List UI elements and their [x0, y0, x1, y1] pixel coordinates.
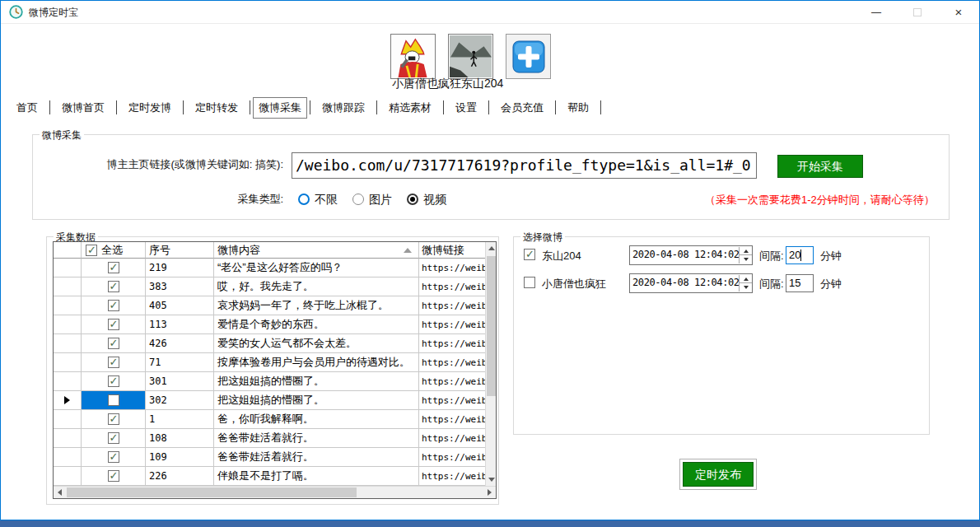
row-selector-cell[interactable] — [54, 429, 82, 448]
link-cell[interactable]: https://weib — [419, 448, 485, 467]
row-checkbox[interactable] — [108, 281, 119, 292]
tab-home[interactable]: 首页 — [7, 97, 47, 119]
header-select-all-cell[interactable]: 全选 — [82, 242, 146, 259]
row-selector-cell[interactable] — [54, 259, 82, 277]
table-row[interactable]: 383哎，好。我先走了。https://weib — [54, 277, 485, 296]
link-cell[interactable]: https://weib — [419, 315, 485, 334]
tab-help[interactable]: 帮助 — [558, 97, 598, 119]
tab-weibo-collect[interactable]: 微博采集 — [253, 97, 307, 119]
vertical-scrollbar[interactable] — [485, 242, 496, 486]
account-avatar-2[interactable] — [448, 34, 493, 79]
radio-video[interactable] — [407, 194, 418, 205]
row-checkbox-cell[interactable] — [82, 353, 146, 372]
link-cell[interactable]: https://weib — [419, 410, 485, 429]
tab-scheduled-post[interactable]: 定时发博 — [119, 97, 180, 119]
seq-cell[interactable]: 383 — [146, 277, 214, 296]
horizontal-scrollbar[interactable] — [54, 486, 496, 498]
row-selector-cell[interactable] — [54, 277, 82, 296]
row-checkbox-cell[interactable] — [82, 429, 146, 448]
tab-settings[interactable]: 设置 — [446, 97, 486, 119]
tab-weibo-home[interactable]: 微博首页 — [53, 97, 114, 119]
content-cell[interactable]: 哀求妈妈一年了，终于吃上冰棍了。 — [214, 296, 419, 315]
table-row[interactable]: 426爱笑的女人运气都不会太差。https://weib — [54, 334, 485, 353]
spinner-up-button[interactable] — [740, 247, 752, 255]
row-checkbox-cell[interactable] — [82, 296, 146, 315]
seq-cell[interactable]: 302 — [146, 391, 214, 410]
content-cell[interactable]: 爸爸带娃活着就行。 — [214, 448, 419, 467]
content-cell[interactable]: 爸，你听我解释啊。 — [214, 410, 419, 429]
scroll-left-button[interactable] — [54, 487, 66, 498]
spinner-down-button[interactable] — [740, 255, 752, 264]
schedule-publish-button[interactable]: 定时发布 — [683, 462, 754, 487]
row-selector-cell[interactable] — [54, 391, 82, 410]
row-checkbox[interactable] — [108, 319, 119, 330]
table-row[interactable]: 71按摩体验卷用户与会员用户的待遇对比。https://weib — [54, 353, 485, 372]
link-cell[interactable]: https://weib — [419, 259, 485, 277]
row-checkbox[interactable] — [108, 451, 119, 463]
tab-member-recharge[interactable]: 会员充值 — [492, 97, 553, 119]
datetime-picker[interactable]: 2020-04-08 12:04:02 — [629, 245, 753, 265]
seq-cell[interactable]: 226 — [146, 467, 214, 486]
horizontal-scroll-thumb[interactable] — [67, 487, 357, 497]
tab-weibo-track[interactable]: 微博跟踪 — [313, 97, 374, 119]
scroll-down-button[interactable] — [486, 473, 497, 486]
link-cell[interactable]: https://weib — [419, 429, 485, 448]
scroll-up-button[interactable] — [486, 242, 497, 254]
row-selector-cell[interactable] — [54, 372, 82, 391]
row-checkbox[interactable] — [108, 413, 119, 425]
seq-cell[interactable]: 301 — [146, 372, 214, 391]
table-row[interactable]: 301把这姐姐搞的懵圈了。https://weib — [54, 372, 485, 391]
row-selector-cell[interactable] — [54, 410, 82, 429]
url-input[interactable]: /weibo.com/u/7317717619?profile_ftype=1&… — [292, 152, 757, 179]
table-row-selected[interactable]: 302把这姐姐搞的懵圈了。https://weib — [54, 391, 485, 410]
account-checkbox[interactable] — [524, 249, 535, 260]
row-checkbox-cell[interactable] — [82, 467, 146, 486]
link-cell[interactable]: https://weib — [419, 372, 485, 391]
interval-input[interactable]: 15 — [786, 274, 814, 292]
taskbar-strip[interactable] — [0, 520, 980, 527]
table-row[interactable]: 1爸，你听我解释啊。https://weib — [54, 410, 485, 429]
table-row[interactable]: 109爸爸带娃活着就行。https://weib — [54, 448, 485, 467]
spinner-down-button[interactable] — [740, 283, 752, 291]
link-cell[interactable]: https://weib — [419, 467, 485, 486]
link-cell[interactable]: https://weib — [419, 391, 485, 410]
content-cell[interactable]: 伴娘是不是打了嗝。 — [214, 467, 419, 486]
content-cell[interactable]: 爱笑的女人运气都不会太差。 — [214, 334, 419, 353]
tab-scheduled-repost[interactable]: 定时转发 — [186, 97, 247, 119]
account-name[interactable]: 东山204 — [542, 249, 581, 264]
seq-cell[interactable]: 219 — [146, 259, 214, 277]
row-checkbox-cell[interactable] — [82, 372, 146, 391]
maximize-button[interactable] — [897, 1, 938, 24]
content-cell[interactable]: 把这姐姐搞的懵圈了。 — [214, 391, 419, 410]
seq-cell[interactable]: 108 — [146, 429, 214, 448]
row-checkbox[interactable] — [108, 338, 119, 349]
row-selector-cell[interactable] — [54, 315, 82, 334]
select-all-checkbox[interactable] — [86, 245, 97, 256]
seq-cell[interactable]: 71 — [146, 353, 214, 372]
radio-image[interactable] — [352, 194, 364, 205]
content-cell[interactable]: 按摩体验卷用户与会员用户的待遇对比。 — [214, 353, 419, 372]
vertical-scroll-thumb[interactable] — [487, 256, 496, 396]
row-selector-cell[interactable] — [54, 334, 82, 353]
content-cell[interactable]: “老公”是这么好答应的吗？ — [214, 259, 419, 277]
header-content[interactable]: 微博内容 — [214, 242, 419, 259]
link-cell[interactable]: https://weib — [419, 277, 485, 296]
row-checkbox-cell[interactable] — [82, 391, 146, 410]
add-account-button[interactable] — [506, 34, 551, 79]
radio-video-label[interactable]: 视频 — [423, 193, 446, 208]
row-checkbox-cell[interactable] — [82, 277, 146, 296]
minimize-button[interactable]: — — [856, 1, 897, 24]
interval-input[interactable]: 20 — [786, 246, 814, 264]
account-name[interactable]: 小唐僧也疯狂 — [542, 277, 606, 291]
tab-featured-material[interactable]: 精选素材 — [380, 97, 441, 119]
row-checkbox[interactable] — [108, 357, 119, 368]
seq-cell[interactable]: 1 — [146, 410, 214, 429]
seq-cell[interactable]: 113 — [146, 315, 214, 334]
row-checkbox[interactable] — [108, 300, 119, 311]
row-checkbox[interactable] — [108, 262, 119, 273]
account-checkbox[interactable] — [524, 277, 535, 288]
row-checkbox[interactable] — [108, 470, 119, 482]
close-button[interactable]: × — [938, 1, 979, 24]
row-checkbox[interactable] — [108, 394, 119, 406]
link-cell[interactable]: https://weib — [419, 334, 485, 353]
